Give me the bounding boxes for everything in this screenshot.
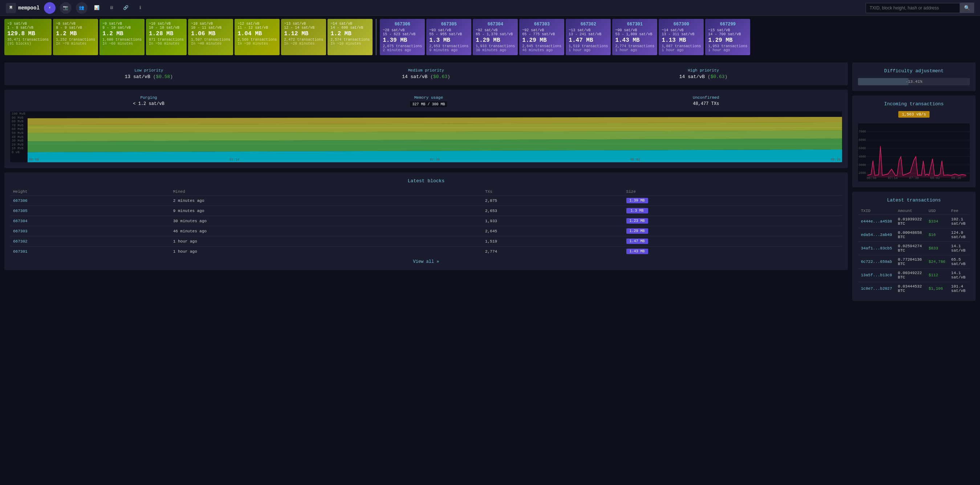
block-size-cell: 1.23 MB	[624, 216, 842, 226]
tx-usd-cell: $1,106	[926, 282, 948, 296]
search-container: 🔍	[865, 3, 974, 13]
confirmed-block-667304[interactable]: 667304 ~92 sat/vB 65 - 1,370 sat/vB 1.29…	[473, 19, 518, 55]
confirmed-block-667305[interactable]: 667305 ~93 sat/vB 55 - 955 sat/vB 1.3 MB…	[426, 19, 471, 55]
col-size: Size	[624, 188, 842, 196]
tx-id-cell[interactable]: e444e...a4538	[858, 215, 895, 228]
table-row: 667306 2 minutes ago 2,075 1.39 MB	[10, 196, 842, 206]
tx-fee-cell: 101.4 sat/vB	[948, 282, 970, 296]
confirmed-block-667303[interactable]: 667303 ~92 sat/vB 65 - 775 sat/vB 1.29 M…	[519, 19, 564, 55]
confirmed-block-667301[interactable]: 667301 ~90 sat/vB 53 - 1,809 sat/vB 1.43…	[612, 19, 657, 55]
table-row: 6c722...659ab 0.77204136 BTC $24,786 65.…	[858, 255, 970, 269]
col-txid: TXID	[858, 207, 895, 215]
mempool-block-3[interactable]: ~10 sat/vB 10 - 10 sat/vB 1.28 MB 871 tr…	[146, 19, 187, 55]
mempool-stats: Purging < 1.2 sat/vB Memory usage 327 MB…	[10, 95, 842, 107]
tx-amount-cell: 0.03444532 BTC	[895, 282, 926, 296]
block-size-cell: 1.47 MB	[624, 236, 842, 246]
svg-text:4000: 4000	[859, 155, 866, 159]
table-row: eda54...2ab49 0.00048658 BTC $16 124.9 s…	[858, 228, 970, 242]
block-size-cell: 1.39 MB	[624, 196, 842, 206]
view-all-link[interactable]: View all »	[413, 259, 439, 264]
blocks-row: ~3 sat/vB 1 - 8 sat/vB 129.8 MB 35,471 t…	[0, 16, 980, 58]
view-all-blocks[interactable]: View all »	[10, 259, 842, 264]
right-panel: Difficulty adjustment -13.41% Incoming t…	[852, 62, 976, 301]
brand-name: mempool	[18, 5, 40, 11]
tx-id-cell[interactable]: 6c722...659ab	[858, 255, 895, 269]
latest-blocks-title: Latest blocks	[10, 178, 842, 184]
confirmed-block-667299[interactable]: 667299 ~15 sat/vB 14 - 700 sat/vB 1.29 M…	[705, 19, 750, 55]
tx-amount-cell: 0.77204136 BTC	[895, 255, 926, 269]
tx-id-cell[interactable]: eda54...2ab49	[858, 228, 895, 242]
unconfirmed-value: 48,477 TXs	[693, 101, 719, 107]
unconfirmed-label: Unconfirmed	[693, 95, 719, 100]
block-height-cell[interactable]: 667305	[10, 206, 170, 216]
tx-id-cell[interactable]: 1c8e7...b2027	[858, 282, 895, 296]
block-height-cell[interactable]: 667306	[10, 196, 170, 206]
difficulty-bar-fill	[858, 78, 908, 85]
block-txs: 35,471 transactions	[7, 38, 49, 42]
mempool-block-2[interactable]: ~9 sat/vB 9 - 10 sat/vB 1.2 MB 1,680 tra…	[100, 19, 145, 55]
stat-purging: Purging < 1.2 sat/vB	[133, 95, 164, 107]
mempool-block-4[interactable]: ~10 sat/vB 10 - 11 sat/vB 1.06 MB 1,597 …	[188, 19, 233, 55]
block-height-cell[interactable]: 667303	[10, 226, 170, 236]
block-mined-cell: 2 minutes ago	[170, 196, 482, 206]
fee-low: Low priority 13 sat/vB ($0.58)	[124, 68, 173, 80]
svg-text:6000: 6000	[859, 138, 866, 142]
block-size-cell: 1.29 MB	[624, 226, 842, 236]
mempool-block-1[interactable]: ~8 sat/vB 8 - 9 sat/vB 1.2 MB 1,252 tran…	[53, 19, 98, 55]
table-row: 667304 30 minutes ago 1,933 1.23 MB	[10, 216, 842, 226]
main-content: Low priority 13 sat/vB ($0.58) Medium pr…	[0, 58, 980, 305]
nav-icon-chart[interactable]: 📊	[92, 3, 102, 13]
nav-icon-info[interactable]: ℹ	[135, 3, 146, 13]
tx-fee-cell: 14.1 sat/vB	[948, 269, 970, 282]
mempool-block-6[interactable]: ~13 sat/vB 12 - 14 sat/vB 1.12 MB 2,472 …	[281, 19, 326, 55]
nav-icon-network[interactable]: 🔗	[121, 3, 131, 13]
nav-icon-monitor[interactable]: 🖥	[107, 3, 116, 13]
incoming-tx-card: Incoming transactions 1,563 vB/s 7000 60…	[852, 95, 976, 187]
mempool-block-5[interactable]: ~12 sat/vB 11 - 12 sat/vB 1.04 MB 2,560 …	[235, 19, 280, 55]
fee-low-value: 13 sat/vB ($0.58)	[124, 74, 173, 80]
mempool-block-7[interactable]: ~14 sat/vB 14 - 690 sat/vB 1.2 MB 2,574 …	[328, 19, 372, 55]
nav-icon-notifications[interactable]: ⚡	[44, 2, 56, 14]
tx-id-cell[interactable]: 13a5f...b13c8	[858, 269, 895, 282]
block-size-cell: 1.43 MB	[624, 246, 842, 257]
purging-value: < 1.2 sat/vB	[133, 101, 164, 107]
block-height-cell[interactable]: 667302	[10, 236, 170, 246]
tx-id-cell[interactable]: 34af1...83cb5	[858, 242, 895, 255]
fee-high: High priority 14 sat/vB ($0.63)	[679, 68, 728, 80]
nav-icon-people[interactable]: 👥	[76, 2, 88, 14]
stat-memory: Memory usage 327 MB / 300 MB	[410, 95, 447, 107]
block-height-cell[interactable]: 667301	[10, 246, 170, 257]
svg-text:2000: 2000	[859, 171, 866, 175]
confirmed-block-667302[interactable]: 667302 ~13 sat/vB 13 - 241 sat/vB 1.47 M…	[566, 19, 611, 55]
tx-usd-cell: $16	[926, 228, 948, 242]
table-row: 667303 46 minutes ago 2,645 1.29 MB	[10, 226, 842, 236]
table-row: 13a5f...b13c8 0.00349222 BTC $112 14.1 s…	[858, 269, 970, 282]
search-input[interactable]	[865, 3, 960, 13]
table-row: 667302 1 hour ago 1,519 1.47 MB	[10, 236, 842, 246]
table-row: 34af1...83cb5 0.02594274 BTC $833 14.1 s…	[858, 242, 970, 255]
mempool-block-0[interactable]: ~3 sat/vB 1 - 8 sat/vB 129.8 MB 35,471 t…	[4, 19, 52, 55]
col-height: Height	[10, 188, 170, 196]
memory-bar: 327 MB / 300 MB	[410, 101, 447, 107]
latest-blocks-table: Height Mined TXs Size 667306 2 minutes a…	[10, 188, 842, 256]
search-button[interactable]: 🔍	[960, 3, 974, 13]
tx-fee-cell: 65.5 sat/vB	[948, 255, 970, 269]
fee-low-label: Low priority	[124, 68, 173, 73]
block-mined-cell: 30 minutes ago	[170, 216, 482, 226]
brand-icon: M	[6, 3, 16, 13]
table-row: e444e...a4538 0.01039322 BTC $334 102.1 …	[858, 215, 970, 228]
nav-icon-camera[interactable]: 📷	[60, 2, 72, 14]
confirmed-block-667300[interactable]: 667300 ~14 sat/vB 13 - 311 sat/vB 1.13 M…	[659, 19, 704, 55]
block-mined-cell: 1 hour ago	[170, 236, 482, 246]
confirmed-block-667306[interactable]: 667306 ~28 sat/vB 15 - 623 sat/vB 1.39 M…	[380, 19, 425, 55]
col-amount: Amount	[895, 207, 926, 215]
incoming-title: Incoming transactions	[858, 101, 970, 107]
block-txs-cell: 1,519	[482, 236, 624, 246]
incoming-chart-area: 7000 6000 5000 4000 3000 2000 06:50 07:1…	[858, 123, 970, 181]
block-height-cell[interactable]: 667304	[10, 216, 170, 226]
tx-amount-cell: 0.02594274 BTC	[895, 242, 926, 255]
block-mined-cell: 9 minutes ago	[170, 206, 482, 216]
svg-text:5000: 5000	[859, 146, 866, 150]
latest-transactions-card: Latest transactions TXID Amount USD Fee …	[852, 192, 976, 301]
block-txs-cell: 2,774	[482, 246, 624, 257]
